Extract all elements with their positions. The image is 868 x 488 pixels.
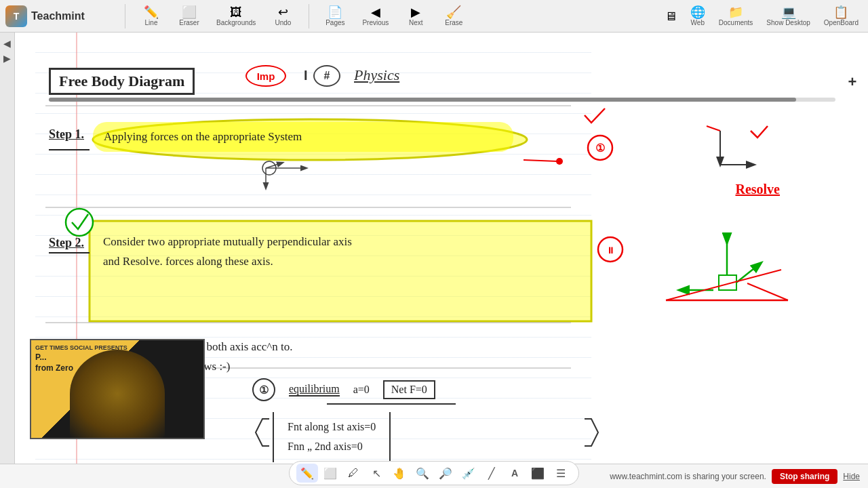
draw-tool-zoom-in[interactable]: 🔎: [435, 464, 456, 483]
tool-erase[interactable]: 🧹 Erase: [439, 5, 469, 28]
webcam-person: [70, 350, 165, 438]
webcam-content: GET TIMES SOCIAL PRESENTS P...from Zero: [31, 340, 203, 438]
draw-tool-pen[interactable]: ✏️: [296, 464, 318, 483]
previous-icon: ◀: [371, 6, 380, 18]
one-text: I: [304, 68, 308, 83]
backgrounds-icon: 🖼: [230, 6, 242, 18]
svg-text:①: ①: [595, 142, 605, 154]
tool-pages[interactable]: 📄 Pages: [320, 5, 350, 28]
line-label: Line: [145, 19, 158, 26]
tool-monitor[interactable]: 🖥: [660, 9, 681, 24]
next-icon: ▶: [411, 6, 420, 18]
force-line1: Fnt along 1st axis=0: [288, 418, 376, 437]
logo-text: Teachmint: [31, 10, 85, 22]
physics-label: Physics: [354, 66, 399, 84]
screen-share-text: www.teachmint.com is sharing your screen…: [610, 472, 766, 481]
svg-line-28: [747, 283, 788, 300]
tool-next[interactable]: ▶ Next: [401, 5, 431, 28]
progress-bar: [49, 98, 835, 102]
svg-line-27: [666, 270, 781, 300]
draw-tool-eraser[interactable]: ⬜: [319, 464, 341, 483]
stop-sharing-button[interactable]: Stop sharing: [772, 469, 837, 484]
progress-fill: [49, 98, 796, 102]
draw-tool-select[interactable]: ↖: [366, 464, 387, 483]
webcam-title: P...from Zero: [35, 352, 73, 373]
tool-documents[interactable]: 📁 Documents: [715, 5, 757, 28]
toolbar-sep-1: [125, 4, 125, 28]
draw-tool-color-pick[interactable]: 💉: [458, 464, 479, 483]
draw-tool-text[interactable]: A: [504, 464, 526, 483]
eq-text: equilibrium: [289, 383, 340, 396]
eq-circle-1: ①: [252, 378, 275, 401]
eq-section: ① equilibrium a=0 Net F=0: [252, 378, 435, 401]
whiteboard: ① ⏸: [15, 33, 868, 464]
title-text: Free Body Diagram: [59, 73, 184, 89]
documents-icon: 📁: [728, 6, 743, 18]
svg-rect-26: [719, 275, 736, 290]
web-label: Web: [691, 19, 705, 26]
tool-openboard[interactable]: 📋 OpenBoard: [820, 5, 863, 28]
toolbar-sep-2: [309, 4, 309, 28]
step2-text: Consider two appropriate mutually perpen…: [103, 232, 578, 272]
draw-tool-zoom-out[interactable]: 🔍: [412, 464, 433, 483]
previous-label: Previous: [362, 19, 389, 26]
undo-label: Undo: [275, 19, 291, 26]
svg-point-15: [588, 136, 612, 160]
hashtag-badge: #: [313, 65, 340, 87]
step1-label: Step 1.: [49, 127, 84, 142]
show-desktop-icon: 💻: [781, 6, 796, 18]
svg-line-19: [707, 126, 720, 131]
line-icon: ✏️: [144, 6, 159, 18]
web-icon: 🌐: [690, 6, 705, 18]
undo-icon: ↩: [278, 6, 288, 18]
draw-tool-line[interactable]: ╱: [481, 464, 502, 483]
imp-text: Imp: [257, 70, 275, 82]
force-line2: Fnn „ 2nd axis=0: [288, 437, 376, 457]
tool-previous[interactable]: ◀ Previous: [358, 5, 393, 28]
openboard-label: OpenBoard: [824, 19, 859, 26]
bottom-toolbar: ✏️ ⬜ 🖊 ↖ 🤚 🔍 🔎 💉 ╱ A ⬛ ☰ www.teachmint.c…: [0, 464, 868, 488]
screen-share-notice: www.teachmint.com is sharing your screen…: [610, 469, 860, 484]
hide-button[interactable]: Hide: [843, 472, 860, 481]
svg-point-17: [598, 237, 623, 262]
logo-area: T Teachmint: [5, 5, 114, 27]
physics-text: Physics: [354, 66, 399, 83]
eraser-icon: ⬜: [182, 6, 197, 18]
a-zero: a=0: [353, 384, 370, 396]
force-box: Fnt along 1st axis=0 Fnn „ 2nd axis=0: [273, 412, 391, 462]
top-toolbar: T Teachmint ✏️ Line ⬜ Eraser 🖼 Backgroun…: [0, 0, 868, 33]
imp-badge: Imp: [245, 65, 286, 87]
one-label: I: [304, 68, 308, 83]
step2-line2: and Resolve. forces along these axis.: [103, 255, 273, 268]
tool-eraser[interactable]: ⬜ Eraser: [174, 5, 204, 28]
sidebar-toggle2[interactable]: ▶: [3, 53, 11, 64]
monitor-icon: 🖥: [665, 10, 677, 22]
step1-text: Applying forces on the appropriate Syste…: [93, 122, 513, 152]
plus-button[interactable]: +: [842, 72, 863, 92]
pages-icon: 📄: [328, 6, 342, 18]
left-sidebar: ◀ ▶: [0, 33, 15, 488]
step2-line1: Consider two appropriate mutually perpen…: [103, 235, 352, 248]
title-box: Free Body Diagram: [49, 68, 195, 95]
svg-line-25: [727, 263, 761, 290]
draw-tool-menu[interactable]: ☰: [550, 464, 572, 483]
toolbar-right: 🖥 🌐 Web 📁 Documents 💻 Show Desktop 📋 Ope…: [660, 5, 863, 28]
tool-line[interactable]: ✏️ Line: [136, 5, 166, 28]
draw-tool-highlighter[interactable]: 🖊: [342, 464, 364, 483]
pages-label: Pages: [326, 19, 344, 26]
show-desktop-label: Show Desktop: [766, 19, 810, 26]
tool-backgrounds[interactable]: 🖼 Backgrounds: [212, 5, 260, 28]
webcam-overlay: GET TIMES SOCIAL PRESENTS P...from Zero: [30, 339, 205, 439]
draw-tool-hand[interactable]: 🤚: [389, 464, 410, 483]
draw-tool-shape[interactable]: ⬛: [527, 464, 549, 483]
eraser-label: Eraser: [179, 19, 199, 26]
erase-icon: 🧹: [446, 6, 461, 18]
next-label: Next: [409, 19, 423, 26]
backgrounds-label: Backgrounds: [216, 19, 256, 26]
sidebar-toggle[interactable]: ◀: [3, 38, 11, 49]
tool-web[interactable]: 🌐 Web: [686, 5, 709, 28]
tool-show-desktop[interactable]: 💻 Show Desktop: [762, 5, 814, 28]
net-f-box: Net F=0: [383, 380, 435, 399]
tool-undo[interactable]: ↩ Undo: [268, 5, 298, 28]
svg-text:⏸: ⏸: [606, 245, 615, 256]
